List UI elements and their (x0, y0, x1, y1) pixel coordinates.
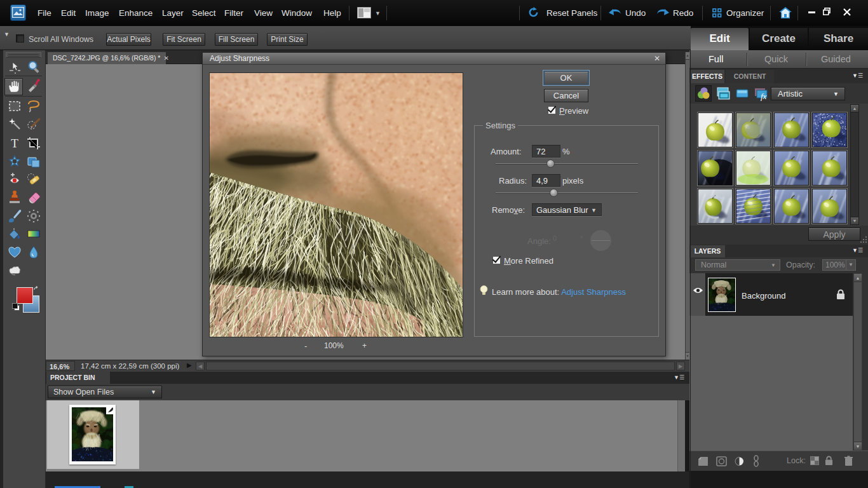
svg-text:T: T (11, 137, 18, 150)
svg-text:fx: fx (761, 92, 767, 101)
